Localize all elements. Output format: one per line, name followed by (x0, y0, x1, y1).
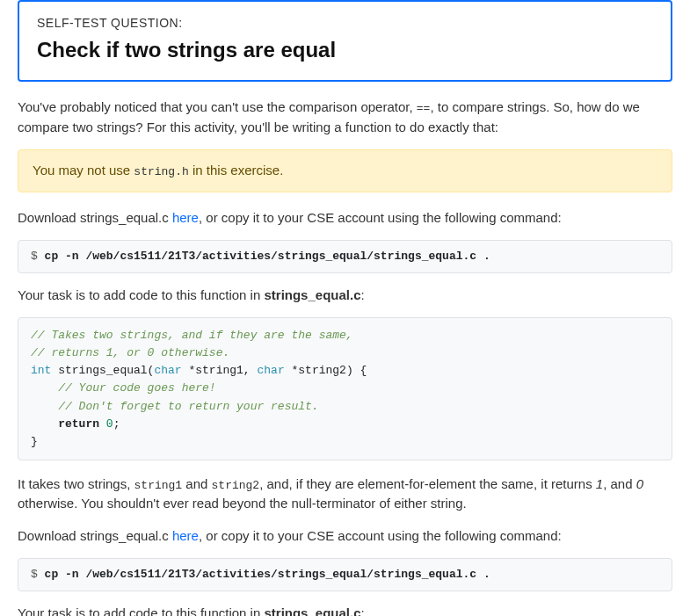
warning-text-1: You may not use (33, 163, 134, 178)
callout-label: SELF-TEST QUESTION: (37, 14, 653, 33)
code1-return: return (58, 417, 99, 431)
code1-semi: ; (113, 417, 120, 431)
explain-paragraph: It takes two strings, string1 and string… (18, 475, 672, 514)
code1-comment2: // returns 1, or 0 otherwise. (31, 346, 229, 359)
task-text-2b: : (361, 605, 365, 616)
download-link-1[interactable]: here (172, 210, 199, 225)
code-block-1: // Takes two strings, and if they are th… (18, 317, 672, 460)
explain-r0: 0 (636, 476, 643, 491)
download-paragraph-2: Download strings_equal.c here, or copy i… (18, 526, 672, 547)
code1-char2: char (257, 364, 284, 377)
command-prompt-2: $ (31, 568, 45, 581)
explain-r1: 1 (596, 476, 603, 491)
explain-t5: otherwise. You shouldn't ever read beyon… (18, 496, 467, 511)
command-block-2: $ cp -n /web/cs1511/21T3/activities/stri… (18, 558, 672, 591)
explain-s2: string2 (212, 479, 260, 492)
task-paragraph-2: Your task is to add code to this functio… (18, 604, 672, 616)
callout-title: Check if two strings are equal (37, 34, 653, 66)
code1-comment3: // Your code goes here! (31, 381, 216, 395)
command-body-1: cp -n /web/cs1511/21T3/activities/string… (45, 250, 490, 263)
download-link-2[interactable]: here (172, 528, 199, 543)
explain-s1: string1 (134, 479, 183, 492)
explain-t3: , and, if they are element-for-element t… (259, 476, 596, 491)
code1-p1: *string1, (182, 364, 258, 377)
page-container: SELF-TEST QUESTION: Check if two strings… (0, 0, 690, 616)
code1-int: int (31, 364, 51, 377)
intro-paragraph: You've probably noticed that you can't u… (18, 98, 672, 137)
task-text-1a: Your task is to add code to this functio… (18, 287, 264, 302)
code1-fn: strings_equal( (51, 364, 154, 377)
warning-text-2: in this exercise. (189, 163, 284, 178)
download-text-2a: Download strings_equal.c (18, 528, 172, 543)
warning-code: string.h (134, 165, 188, 178)
code1-char1: char (154, 364, 181, 377)
intro-text-1: You've probably noticed that you can't u… (18, 99, 417, 114)
download-paragraph-1: Download strings_equal.c here, or copy i… (18, 208, 672, 228)
self-test-callout: SELF-TEST QUESTION: Check if two strings… (18, 0, 672, 82)
explain-t4: , and (603, 476, 636, 491)
task-paragraph-1: Your task is to add code to this functio… (18, 286, 672, 306)
code1-indent (31, 417, 58, 431)
code1-zero: 0 (106, 417, 113, 431)
code1-sp (99, 417, 106, 431)
download-text-1a: Download strings_equal.c (18, 210, 172, 225)
code1-p2: *string2) { (285, 364, 367, 377)
code1-close: } (31, 435, 38, 448)
command-prompt-1: $ (31, 250, 45, 263)
code1-comment1: // Takes two strings, and if they are th… (31, 329, 353, 342)
operator-code: == (417, 102, 431, 115)
code1-comment4: // Don't forget to return your result. (31, 400, 319, 413)
task-text-1b: : (361, 287, 365, 302)
warning-box: You may not use string.h in this exercis… (18, 149, 672, 192)
command-body-2: cp -n /web/cs1511/21T3/activities/string… (45, 568, 490, 581)
explain-t1: It takes two strings, (18, 476, 134, 491)
task-file-1: strings_equal.c (264, 287, 360, 302)
explain-t2: and (182, 476, 211, 491)
download-text-1b: , or copy it to your CSE account using t… (199, 210, 562, 225)
command-block-1: $ cp -n /web/cs1511/21T3/activities/stri… (18, 240, 672, 273)
task-file-2: strings_equal.c (264, 605, 360, 616)
download-text-2b: , or copy it to your CSE account using t… (199, 528, 562, 543)
task-text-2a: Your task is to add code to this functio… (18, 605, 264, 616)
